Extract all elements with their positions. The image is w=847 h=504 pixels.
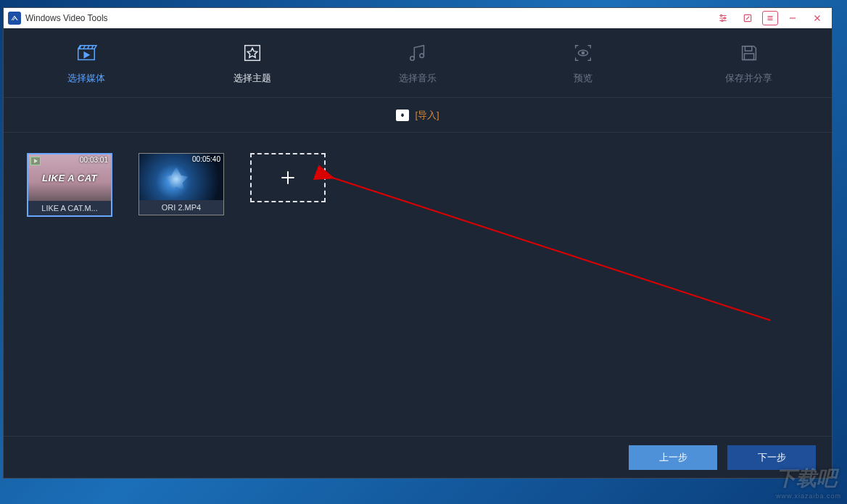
tab-select-media[interactable]: 选择媒体	[4, 28, 169, 97]
annotation-arrow	[4, 133, 832, 436]
tab-label: 预览	[574, 72, 592, 85]
media-thumbnail: 00:05:40	[139, 154, 223, 200]
import-label: [导入]	[415, 109, 439, 122]
app-logo	[8, 12, 21, 25]
media-filename: ORI 2.MP4	[139, 200, 223, 215]
focus-eye-icon	[571, 41, 595, 65]
tab-label: 选择主题	[234, 72, 271, 85]
svg-point-0	[721, 15, 722, 16]
media-item[interactable]: 00:03:01 LIKE A CAT LIKE A CAT.M...	[27, 153, 112, 217]
app-window: Windows Video Tools	[3, 7, 832, 479]
minimize-button[interactable]	[782, 10, 803, 26]
svg-point-6	[410, 56, 415, 60]
import-bar[interactable]: [导入]	[4, 98, 832, 133]
tab-select-music[interactable]: 选择音乐	[335, 28, 500, 97]
media-filename: LIKE A CAT.M...	[28, 201, 111, 215]
prev-step-button[interactable]: 上一步	[629, 445, 717, 470]
tab-label: 保存并分享	[725, 72, 772, 85]
close-button[interactable]	[807, 10, 827, 26]
tab-select-theme[interactable]: 选择主题	[169, 28, 334, 97]
svg-point-7	[420, 53, 424, 57]
media-grid: 00:03:01 LIKE A CAT LIKE A CAT.M... 00:0…	[4, 133, 832, 436]
window-title: Windows Video Tools	[25, 13, 108, 23]
tab-preview[interactable]: 预览	[500, 28, 666, 97]
footer-bar: 上一步 下一步	[4, 436, 832, 478]
svg-line-14	[332, 178, 771, 321]
import-folder-icon	[396, 110, 409, 121]
thumb-overlay-text: LIKE A CAT	[28, 154, 111, 201]
star-frame-icon	[241, 41, 264, 65]
edit-icon[interactable]	[737, 10, 758, 26]
svg-point-1	[724, 17, 725, 19]
music-note-icon	[406, 41, 429, 65]
media-duration: 00:05:40	[192, 155, 220, 163]
media-thumbnail: 00:03:01 LIKE A CAT	[28, 154, 111, 201]
svg-point-9	[582, 51, 584, 54]
clapboard-icon	[75, 41, 98, 65]
menu-list-icon[interactable]	[762, 11, 778, 25]
step-tabs: 选择媒体 选择主题 选择音乐	[4, 28, 832, 98]
tab-save-share[interactable]: 保存并分享	[666, 28, 832, 97]
add-media-slot[interactable]	[250, 153, 326, 202]
save-icon	[737, 41, 761, 65]
media-item[interactable]: 00:05:40 ORI 2.MP4	[139, 153, 224, 215]
plus-icon	[278, 168, 297, 187]
tab-label: 选择媒体	[67, 72, 105, 85]
title-bar: Windows Video Tools	[4, 8, 832, 28]
svg-point-2	[722, 20, 723, 21]
svg-rect-11	[744, 53, 753, 59]
tab-label: 选择音乐	[399, 72, 437, 85]
next-step-button[interactable]: 下一步	[727, 445, 816, 470]
settings-sliders-icon[interactable]	[713, 10, 733, 26]
svg-rect-10	[745, 46, 751, 51]
